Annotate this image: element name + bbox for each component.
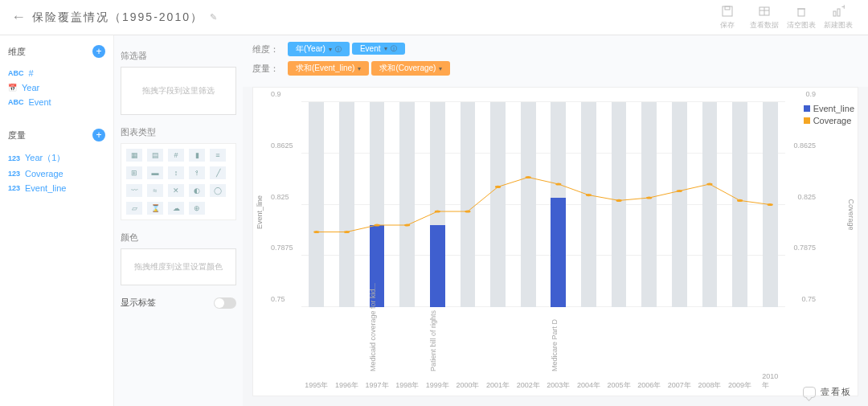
show-label-toggle[interactable] [214, 297, 236, 309]
chart-type-icon[interactable]: ✕ [168, 184, 184, 197]
field-type-icon: 123 [8, 154, 20, 162]
new-chart-button[interactable]: + 新建图表 [820, 5, 857, 31]
field-name: Event [29, 97, 51, 107]
chart-type-icon[interactable]: ╱ [210, 166, 226, 179]
x-event-label: Medicare Part D [551, 319, 559, 371]
add-dimension-icon[interactable]: + [92, 45, 105, 58]
chart-type-icon[interactable]: ◐ [189, 184, 205, 197]
watermark: 壹看板 [803, 386, 852, 398]
fields-sidebar: 维度+ ABC#📅YearABCEvent 度量+ 123Year（1）123C… [0, 35, 114, 406]
legend-swatch [804, 117, 810, 124]
edit-title-icon[interactable]: ✎ [210, 12, 217, 23]
svg-point-14 [435, 210, 440, 212]
x-tick: 2002年 [517, 380, 540, 391]
chart-type-icon[interactable]: ☁ [168, 202, 184, 215]
color-dropzone[interactable]: 拖拽维度到这里设置颜色 [121, 248, 236, 285]
svg-point-12 [374, 224, 379, 226]
chart-area: Event_line Coverage 0.750.750.78750.7875… [252, 87, 858, 396]
field-name: Year（1） [25, 152, 65, 164]
clear-chart-button[interactable]: 清空图表 [783, 5, 820, 31]
field-name: # [29, 68, 34, 78]
y-tick: 0.9 [271, 90, 281, 98]
y2-tick: 0.8625 [793, 141, 816, 150]
chart-type-icon[interactable]: # [168, 149, 184, 162]
field-name: Event_line [25, 183, 66, 193]
x-tick: 2009年 [728, 380, 751, 391]
y-tick: 0.825 [271, 193, 289, 201]
dimension-pill[interactable]: Event ▾ ⓘ [352, 43, 405, 55]
chart-type-icon[interactable]: ▱ [126, 202, 142, 215]
save-button[interactable]: 保存 [709, 5, 746, 31]
dimension-field[interactable]: ABCEvent [8, 95, 105, 109]
dimension-field[interactable]: ABC# [8, 66, 105, 80]
color-label: 颜色 [121, 232, 236, 244]
chart-type-icon[interactable]: ⌛ [147, 202, 163, 215]
svg-point-16 [495, 186, 501, 188]
y2-tick: 0.75 [801, 295, 816, 303]
legend-label: Event_line [813, 104, 854, 113]
x-tick: 2005年 [608, 380, 631, 391]
y2-tick: 0.9 [805, 90, 816, 98]
field-type-icon: ABC [8, 69, 24, 77]
field-type-icon: 123 [8, 184, 20, 192]
chart-type-icon[interactable]: ◯ [210, 184, 226, 197]
x-event-label: Patient bill of rights [429, 310, 437, 371]
chart-type-icon[interactable]: 〰 [126, 184, 142, 197]
chart-type-icon[interactable]: ▬ [147, 166, 163, 179]
page-title: 保险覆盖情况（1995-2010） [32, 10, 203, 25]
legend-item[interactable]: Event_line [804, 104, 854, 113]
svg-point-20 [616, 199, 621, 202]
svg-point-25 [768, 203, 773, 206]
x-event-label: Medicaid coverage for kid... [369, 283, 377, 371]
measure-field[interactable]: 123Coverage [8, 166, 105, 181]
y-tick: 0.7875 [271, 244, 293, 252]
x-tick: 2010年 [762, 372, 778, 391]
x-tick: 1999年 [426, 380, 449, 391]
back-arrow-icon[interactable]: ← [11, 9, 32, 26]
svg-rect-0 [723, 6, 732, 16]
chart-type-icon[interactable]: ≈ [147, 184, 163, 197]
chart-type-icon[interactable]: ▦ [126, 149, 142, 162]
view-data-button[interactable]: 查看数据 [746, 5, 783, 31]
y2-tick: 0.7875 [793, 244, 816, 252]
dimension-field[interactable]: 📅Year [8, 80, 105, 95]
chart-type-icon[interactable]: ⊕ [189, 202, 205, 215]
svg-point-13 [404, 224, 410, 226]
dimension-pill[interactable]: 年(Year) ▾ ⓘ [288, 42, 350, 56]
svg-point-15 [465, 210, 470, 212]
chart-type-icon[interactable]: ↕ [168, 166, 184, 179]
svg-point-23 [706, 182, 712, 185]
svg-rect-1 [725, 6, 730, 10]
chart-type-icon[interactable]: ⊞ [126, 166, 142, 179]
field-type-icon: 123 [8, 170, 20, 178]
chart-type-icon[interactable]: ▤ [147, 149, 163, 162]
chart-type-icon[interactable]: ≡ [210, 149, 226, 162]
x-tick: 1998年 [395, 380, 419, 391]
trash-icon [795, 5, 808, 18]
measure-field[interactable]: 123Year（1） [8, 150, 105, 166]
save-icon [721, 5, 734, 18]
chart-type-label: 图表类型 [121, 126, 236, 138]
x-tick: 2003年 [547, 380, 570, 391]
measure-pill[interactable]: 求和(Event_line) ▾ [288, 61, 369, 76]
chart-legend: Event_lineCoverage [804, 104, 854, 128]
x-tick: 2008年 [698, 380, 721, 391]
chart-type-grid: ▦▤#▮≡ ⊞▬↕⫯╱ 〰≈✕◐◯ ▱⌛☁⊕ [121, 143, 236, 220]
legend-item[interactable]: Coverage [804, 116, 854, 125]
field-type-icon: 📅 [8, 84, 17, 92]
field-name: Coverage [25, 169, 63, 178]
filter-dropzone[interactable]: 拖拽字段到这里筛选 [121, 67, 236, 115]
x-tick: 2000年 [456, 380, 479, 391]
wechat-icon [803, 387, 816, 398]
measure-pill[interactable]: 求和(Coverage) ▾ [371, 61, 450, 76]
y2-axis-title: Coverage [847, 199, 855, 230]
chart-line[interactable] [317, 178, 770, 232]
measure-field[interactable]: 123Event_line [8, 181, 105, 195]
y2-tick: 0.825 [797, 193, 816, 201]
chart-type-icon[interactable]: ▮ [189, 149, 205, 162]
dimensions-label: 维度 [8, 46, 26, 58]
add-measure-icon[interactable]: + [92, 129, 105, 141]
svg-rect-8 [837, 9, 840, 16]
measures-label: 度量 [8, 129, 26, 141]
chart-type-icon[interactable]: ⫯ [189, 166, 205, 179]
